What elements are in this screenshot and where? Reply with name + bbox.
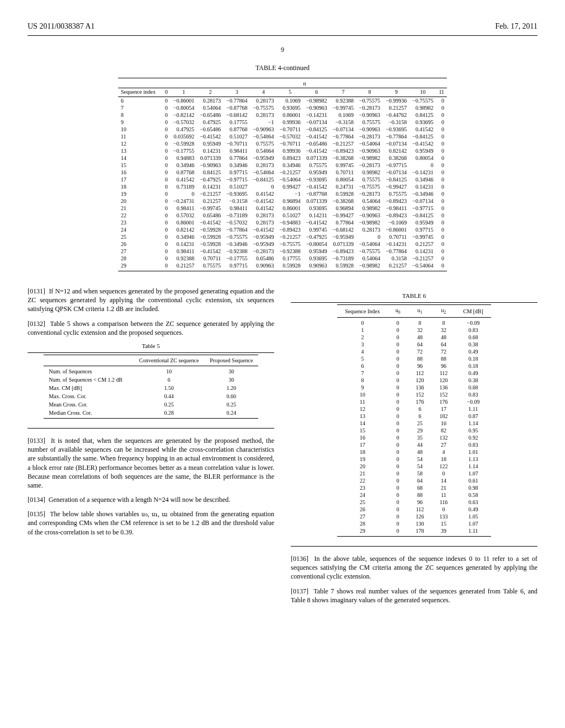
seq-index-head: Sequence index [118, 88, 162, 97]
table-row: 22064140.61 [337, 477, 491, 484]
table-row: 19054181.13 [337, 456, 491, 463]
table6-head-cm: CM [dB] [455, 305, 491, 318]
table-row: 701121120.49 [337, 370, 491, 377]
table-row: 80−0.82142−0.65486−0.681420.281730.86001… [118, 111, 447, 119]
page-number: 9 [28, 46, 537, 54]
para-0137: [0137] Table 7 shows real number values … [291, 587, 537, 604]
publication-date: Feb. 17, 2011 [495, 22, 537, 31]
table-row: 2600.14231−0.59928−0.34946−0.95949−0.755… [118, 240, 447, 248]
table-row: 200541221.14 [337, 463, 491, 470]
table-row: Max. CM [dB]1.501.20 [44, 384, 259, 392]
publication-number: US 2011/0038387 A1 [28, 22, 95, 31]
para-0135: [0135] The below table shows variables u… [28, 510, 274, 537]
table-row: 2900.212570.755750.977150.909630.599280.… [118, 262, 447, 271]
table-row: 2500.34946−0.59928−0.75575−0.95949−0.212… [118, 233, 447, 240]
table-row: 60−0.860010.28173−0.778640.281730.1069−0… [118, 97, 447, 105]
table-row: 2105801.07 [337, 470, 491, 477]
table-row: 26011200.49 [337, 506, 491, 513]
left-column: [0131] If N=12 and when sequences genera… [28, 287, 274, 610]
table-row: 4072720.49 [337, 348, 491, 355]
table-row: 1804841.01 [337, 448, 491, 456]
table-row: 901361360.68 [337, 384, 491, 391]
table6-title: TABLE 6 [291, 292, 537, 299]
table-row: 70−0.800540.54064−0.87768−0.755750.93695… [118, 104, 447, 111]
table-row: 130−0.177550.142310.984110.540640.99936−… [118, 147, 447, 154]
table-row: 2100.98411−0.997450.984110.415420.860010… [118, 205, 447, 212]
table-row: 200−0.247310.21257−0.3158−0.415420.96894… [118, 197, 447, 205]
table-row: 1800.731890.142310.5102700.99427−0.41542… [118, 183, 447, 190]
table-row: 0088−0.09 [337, 318, 491, 327]
para-0132: [0132] Table 5 shows a comparison betwee… [28, 319, 274, 337]
para-0131: [0131] If N=12 and when sequences genera… [28, 287, 274, 314]
table-row: 1400.948830.0713390.77864−0.959490.89423… [118, 154, 447, 162]
table-row: 2300.86001−0.41542−0.570320.28173−0.9488… [118, 219, 447, 226]
table-row: 23068210.98 [337, 484, 491, 491]
table6-head-idx: Sequence Index [337, 305, 388, 318]
table-row: 1700.41542−0.47925−0.97715−0.84125−0.540… [118, 176, 447, 183]
table-row: 24088110.58 [337, 491, 491, 499]
table-row: 1600.877680.841250.97715−0.54064−0.21257… [118, 169, 447, 176]
table5: Conventional ZC sequence Proposed Sequen… [44, 355, 259, 419]
table-row: 13061820.87 [337, 413, 491, 420]
table-row: Mean Cross. Cor.0.250.25 [44, 400, 259, 409]
right-column: TABLE 6 Sequence Index u0 u1 u2 CM [dB] … [291, 287, 537, 610]
table-row: 15029820.95 [337, 427, 491, 434]
table-row: Median Cross. Cor.0.280.24 [44, 409, 259, 419]
table-row: 2701261331.05 [337, 513, 491, 520]
table-row: Num. of Sequences1030 [44, 366, 259, 376]
table-row: 1900−0.21257−0.936950.41542−1−0.877680.5… [118, 190, 447, 197]
table-row: 250961160.63 [337, 499, 491, 506]
table-row: 1032320.83 [337, 326, 491, 334]
table-row: 2200.570320.65486−0.731890.281730.510270… [118, 212, 447, 219]
table-row: 290178391.11 [337, 527, 491, 537]
para-0136: [0136] In the above table, sequences of … [291, 554, 537, 581]
table-row: 280130151.07 [337, 520, 491, 527]
table-row: 1206171.11 [337, 405, 491, 413]
table-row: 2400.82142−0.59928−0.77864−0.41542−0.894… [118, 226, 447, 233]
table-row: 801201200.38 [337, 377, 491, 384]
table-row: 1100.035692−0.415420.51027−0.54064−0.570… [118, 133, 447, 140]
table4: n Sequence index 0 1 2 3 4 5 6 7 8 9 10 … [118, 78, 447, 271]
table4-title: TABLE 4-continued [28, 64, 537, 72]
table-row: 17044270.83 [337, 441, 491, 448]
table5-head-prop: Proposed Sequence [204, 355, 258, 366]
table-row: 6096960.18 [337, 362, 491, 370]
table-row: 1000.47925−0.654860.87768−0.90963−0.7071… [118, 126, 447, 133]
table-row: 5088880.18 [337, 355, 491, 362]
table-row: 1500.34946−0.909630.349460.281730.349460… [118, 162, 447, 169]
table-row: 110176176−0.09 [337, 398, 491, 405]
para-0133: [0133] It is noted that, when the sequen… [28, 436, 274, 490]
page-header: US 2011/0038387 A1 Feb. 17, 2011 [28, 22, 537, 31]
table-row: Num. of Sequences < CM 1.2 dB630 [44, 376, 259, 384]
table-row: 2800.923880.70711−0.177550.654860.177550… [118, 255, 447, 262]
table6: Sequence Index u0 u1 u2 CM [dB] 0088−0.0… [337, 304, 491, 537]
table-row: 14025161.14 [337, 420, 491, 427]
table5-title: Table 5 [28, 342, 274, 349]
table-row: Max. Cross. Cor.0.440.60 [44, 392, 259, 400]
table5-head-conv: Conventional ZC sequence [134, 355, 204, 366]
header-rule [28, 35, 537, 36]
table-row: 1001521520.83 [337, 391, 491, 398]
table-row: 90−0.570320.479250.17755−10.99936−0.0713… [118, 119, 447, 126]
table-row: 3064640.38 [337, 341, 491, 348]
table-row: 2700.98411−0.41542−0.92388−0.28173−0.923… [118, 248, 447, 255]
n-label: n [162, 78, 447, 88]
para-0134: [0134] Generation of a sequence with a l… [28, 495, 274, 504]
table-row: 120−0.599280.95949−0.707110.75575−0.7071… [118, 140, 447, 147]
table-row: 160351320.92 [337, 434, 491, 441]
table-row: 2048480.68 [337, 334, 491, 341]
